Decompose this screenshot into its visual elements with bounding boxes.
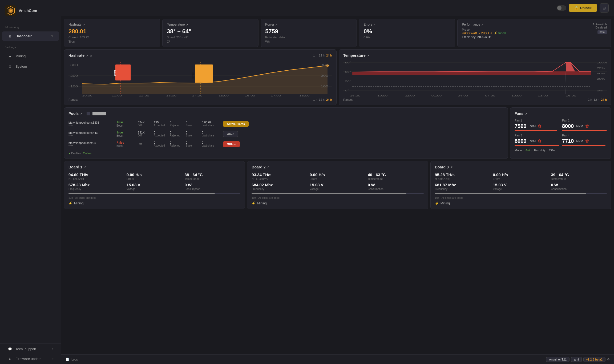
stats-row: Hashrate ↗ 280.01 Current: 283.22 TH/s T… [64,19,611,47]
perf-preset-label: Preset [462,28,506,31]
svg-text:07:00: 07:00 [485,94,495,97]
pool3-lastshare: 0 Last share [202,141,223,147]
board2-temp: 40 - 63 °C Temperature [368,172,424,180]
sidebar-item-dashboard[interactable]: ⊞ Dashboard ✎ [2,31,59,41]
tc-12h[interactable]: 12 h [594,98,599,101]
board2-progress-fill [252,193,406,194]
duty-value: 72% [549,149,555,152]
unlock-label: Unlock [580,6,592,10]
hashrate-unit: TH/s [68,40,156,43]
mining-bolt-icon-2: ⚡ [252,201,256,205]
pool1-accepted: 195 Accepted [154,121,170,127]
hashrate-range-label: Range: [68,98,78,101]
hashrate-ext-icon: ↗ [86,54,88,57]
boards-row: Board 1 ↗ 94.60 TH/s HR (99.72%) 0.00 H/… [64,161,611,209]
perf-title: Performance ↗ [462,23,506,26]
errors-value: 0% [363,28,451,35]
pool3-diff: Diff [138,143,154,145]
pool-toggle-box[interactable] [87,112,90,115]
board1-footer: ⚡ Mining [68,201,240,205]
pool1-diff: 524K Diff [138,121,154,127]
hashrate-svg: 300 200 100 Reset Restart [68,60,332,97]
fan1-value: 7590 RPM ✿ [515,123,559,129]
board2-ext-icon: ↗ [267,166,269,169]
power-sub: Estimated data [265,36,352,39]
temp-arrow: ↗ [186,23,188,26]
tuned-badge: ⚡ tuned [494,31,506,35]
svg-text:300: 300 [321,64,328,67]
monitoring-label: Monitoring [0,21,61,31]
perf-preset-val: 4900 watt ~ 280 TH ⚡ tuned [462,31,506,35]
sidebar-logo: VnishCom [0,0,61,21]
board3-errors: 0.00 H/s Errors [493,172,549,180]
svg-marker-43 [352,71,591,75]
board2-errors: 0.00 H/s Errors [310,172,366,180]
sidebar-item-system[interactable]: ⚙ System [2,62,59,71]
logs-doc-icon: 📄 [66,358,69,361]
svg-text:100: 100 [321,85,328,88]
edit-icon: ✎ [51,34,54,38]
pool-row-2: btc.vnishpool.com:443 ***** True Boost 1… [68,129,503,139]
logs-label[interactable]: Logs [71,358,78,361]
board3-stats: 95.28 TH/s HR (98.42%) 0.00 H/s Errors 3… [435,172,607,191]
pool-active-box[interactable] [92,112,106,115]
fans-card: Fans ↗ Fan 1 7590 RPM ✿ Fan 2 [510,107,611,159]
power-arrow: ↗ [275,23,277,26]
fans-title: Fans ↗ [515,111,607,116]
temp-range-label: Range: [343,98,353,101]
device-badge: Antminer T21 [546,357,569,362]
sidebar-item-mining[interactable]: ☁ Mining [2,51,59,61]
mode-label: Mode: [515,149,523,152]
board3-volt: 15.03 V Voltage [493,183,549,191]
unlock-button[interactable]: 🔒 Unlock [569,4,597,12]
pool1-status-btn[interactable]: Active: 16ms [223,121,249,127]
range-1h[interactable]: 1 h [313,54,317,57]
toggle-switch[interactable] [557,5,566,11]
pool2-status-btn[interactable]: Alive [223,131,238,137]
sidebar-system-label: System [15,64,54,68]
hr-1h[interactable]: 1 h [313,98,317,101]
hashrate-card: Hashrate ↗ 280.01 Current: 283.22 TH/s [64,19,160,47]
range-24h[interactable]: 24 h [326,54,332,57]
dashboard-icon: ⊞ [7,34,12,38]
devfee-dot: ● [68,152,70,155]
svg-text:13:00: 13:00 [538,94,548,97]
pool2-diff: 131K Diff [138,131,154,137]
charts-row: Hashrate ↗ ⊙ 1 h 12 h 24 h [64,49,611,105]
board1-progress [68,193,240,194]
beta-badge: beta [597,30,607,34]
hashrate-range: 1 h 12 h 24 h [313,54,332,57]
hashrate-arrow: ↗ [83,23,85,26]
hashrate-circle-icon: ⊙ [90,54,92,57]
errors-sub: 0 H/s [363,36,451,39]
board2-stats: 93.34 TH/s HR (100.04%) 0.00 H/s Errors … [252,172,423,191]
pool2-lastshare: 0 Last share [202,131,223,137]
board3-footer: ⚡ Mining [435,201,607,205]
temperature-card: Temperature ↗ 38° – 64° Board: 23° – 49°… [162,19,258,47]
sidebar-item-firmware[interactable]: ⬇ Firmware update ↗ [2,354,59,363]
hr-12h[interactable]: 12 h [319,98,325,101]
fans-grid: Fan 1 7590 RPM ✿ Fan 2 8000 RPM [515,119,607,146]
devfee-label: DevFee: [71,152,82,155]
tc-24h[interactable]: 24 h [601,98,607,101]
pool3-status-btn[interactable]: Offline [223,141,240,147]
svg-text:13:00: 13:00 [166,94,176,97]
fan1-icon: ✿ [538,124,541,129]
pool2-rejected: 0 Rejected [170,131,186,137]
board3-card: Board 3 ↗ 95.28 TH/s HR (98.42%) 0.00 H/… [430,161,611,209]
tc-1h[interactable]: 1 h [588,98,592,101]
board1-temp: 38 - 64 °C Temperature [185,172,241,180]
svg-text:60°: 60° [345,71,351,73]
range-12h[interactable]: 12 h [319,54,325,57]
hr-24h[interactable]: 24 h [326,98,332,101]
settings-label: Settings [0,41,61,51]
settings-gear-icon[interactable]: ⚙ [607,358,610,361]
sidebar-item-tech-support[interactable]: 💬 Tech. support ↗ [2,344,59,354]
layout-button[interactable]: ⊟ [600,3,609,13]
temperature-svg: 90° 60° 30° 0° 100% 75% 50% 25% 0% [343,60,607,97]
svg-text:19:00: 19:00 [377,94,387,97]
errors-title: Errors ↗ [363,23,451,26]
pool1-status: Active: 16ms [223,121,255,127]
pools-card: Pools ↗ btc.vnishpool.com:3333 ***** Tru… [64,107,508,159]
bottom-bar-right: Antminer T21 aml v1.2.5-beta2 ⚙ [546,357,610,362]
